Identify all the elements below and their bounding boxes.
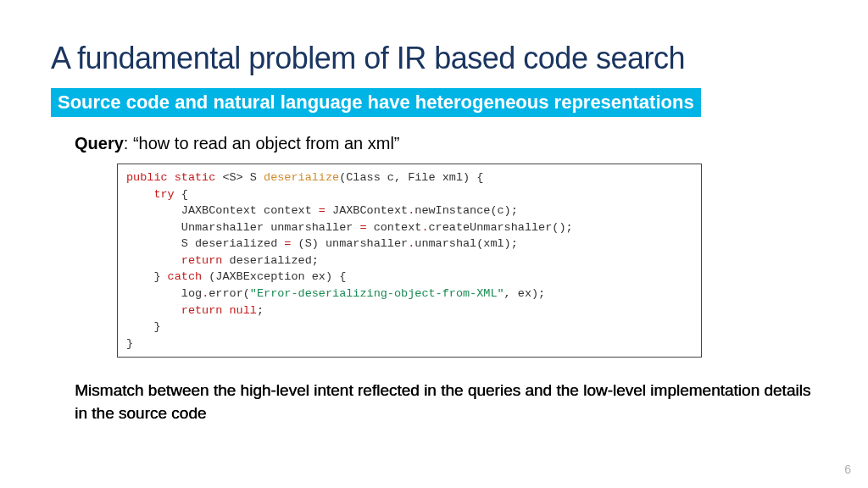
code-token: "Error-deserializing-object-from-XML" <box>250 287 504 300</box>
code-token: (JAXBException ex) { <box>209 270 346 283</box>
code-token: deserialize <box>264 171 339 184</box>
code-token: { <box>181 188 188 201</box>
code-token: S deserialized <box>126 237 284 250</box>
code-token: , ex); <box>504 287 546 300</box>
query-text: : “how to read an object from an xml” <box>124 134 400 152</box>
code-token: ; <box>257 304 264 317</box>
code-token: } <box>126 337 133 350</box>
code-token: catch <box>168 270 209 283</box>
code-token: Unmarshaller unmarshaller <box>126 221 359 234</box>
code-token: return <box>126 254 230 267</box>
mismatch-text: Mismatch between the high-level intent r… <box>75 380 817 424</box>
code-token: public static <box>126 171 222 184</box>
code-token: (S) unmarshaller <box>291 237 408 250</box>
code-token: = <box>319 204 326 217</box>
code-block: public static <S> S deserialize(Class c,… <box>117 164 702 358</box>
code-token: JAXBContext context <box>126 204 319 217</box>
code-token: } <box>126 270 168 283</box>
subtitle-band: Source code and natural language have he… <box>51 88 701 117</box>
code-token: createUnmarshaller(); <box>428 221 572 234</box>
code-token: } <box>126 320 161 333</box>
code-token: error( <box>209 287 250 300</box>
code-token: unmarshal(xml); <box>415 237 518 250</box>
query-label: Query <box>75 134 124 152</box>
code-token: = <box>359 221 366 234</box>
code-token: context <box>367 221 422 234</box>
code-token: JAXBContext <box>326 204 408 217</box>
code-token: (Class c, File xml) { <box>339 171 483 184</box>
code-token: <S> S <box>222 171 264 184</box>
code-token: log <box>126 287 202 300</box>
code-token: deserialized; <box>230 254 319 267</box>
code-token: try <box>126 188 181 201</box>
slide-title: A fundamental problem of IR based code s… <box>51 41 817 76</box>
code-token: return null <box>126 304 257 317</box>
code-token: newInstance(c); <box>415 204 518 217</box>
page-number: 6 <box>844 463 851 476</box>
query-line: Query: “how to read an object from an xm… <box>75 134 817 153</box>
